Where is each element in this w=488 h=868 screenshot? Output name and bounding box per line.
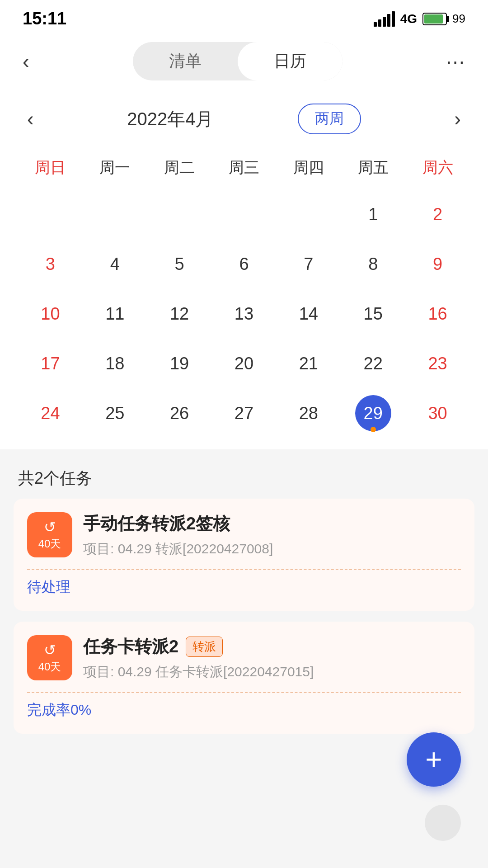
day-thu: 周四 bbox=[276, 153, 341, 183]
calendar-cell[interactable]: 1 bbox=[341, 192, 405, 237]
calendar-cell[interactable]: 23 bbox=[405, 341, 470, 386]
plus-icon: + bbox=[425, 745, 442, 774]
calendar-cell[interactable]: 22 bbox=[341, 341, 405, 386]
task-list: ↺ 40天 手动任务转派2签核 项目: 04.29 转派[20220427008… bbox=[0, 499, 488, 734]
calendar-cell[interactable]: 13 bbox=[212, 291, 277, 336]
back-button[interactable]: ‹ bbox=[18, 46, 34, 77]
task-info: 手动任务转派2签核 项目: 04.29 转派[20220427008] bbox=[83, 512, 461, 558]
task-title: 手动任务转派2签核 bbox=[83, 512, 230, 535]
top-nav: ‹ 清单 日历 ··· bbox=[0, 33, 488, 90]
calendar-cell bbox=[147, 192, 212, 237]
calendar-cell[interactable]: 10 bbox=[18, 291, 83, 336]
status-bar: 15:11 4G 99 bbox=[0, 0, 488, 33]
task-divider bbox=[27, 569, 461, 570]
calendar-cell[interactable]: 28 bbox=[276, 391, 341, 436]
task-project: 项目: 04.29 转派[20220427008] bbox=[83, 540, 461, 558]
task-title-row: 手动任务转派2签核 bbox=[83, 512, 461, 535]
task-status: 待处理 bbox=[27, 577, 461, 597]
status-time: 15:11 bbox=[23, 9, 66, 28]
more-button[interactable]: ··· bbox=[441, 46, 470, 77]
day-wed: 周三 bbox=[212, 153, 277, 183]
calendar-cell[interactable]: 21 bbox=[276, 341, 341, 386]
task-icon-days: 40天 bbox=[38, 660, 61, 674]
task-icon-symbol: ↺ bbox=[44, 642, 56, 659]
tab-list[interactable]: 清单 bbox=[133, 42, 238, 80]
calendar-cell[interactable]: 2 bbox=[405, 192, 470, 237]
day-sun: 周日 bbox=[18, 153, 83, 183]
task-card[interactable]: ↺ 40天 任务卡转派2 转派 项目: 04.29 任务卡转派[20220427… bbox=[14, 622, 474, 734]
battery-icon: 99 bbox=[422, 12, 465, 26]
task-card-header: ↺ 40天 任务卡转派2 转派 项目: 04.29 任务卡转派[20220427… bbox=[27, 635, 461, 681]
calendar-cell[interactable]: 20 bbox=[212, 341, 277, 386]
calendar-cell[interactable]: 16 bbox=[405, 291, 470, 336]
calendar-cell bbox=[212, 192, 277, 237]
calendar-cell[interactable]: 11 bbox=[83, 291, 147, 336]
view-toggle-button[interactable]: 两周 bbox=[298, 104, 361, 134]
day-mon: 周一 bbox=[83, 153, 147, 183]
task-card-header: ↺ 40天 手动任务转派2签核 项目: 04.29 转派[20220427008… bbox=[27, 512, 461, 558]
task-badge: 转派 bbox=[186, 637, 223, 657]
task-project: 项目: 04.29 任务卡转派[20220427015] bbox=[83, 663, 461, 681]
calendar-cell[interactable]: 19 bbox=[147, 341, 212, 386]
calendar-cell[interactable]: 6 bbox=[212, 241, 277, 287]
calendar-cell[interactable]: 5 bbox=[147, 241, 212, 287]
calendar-cell bbox=[18, 192, 83, 237]
calendar-cell[interactable]: 14 bbox=[276, 291, 341, 336]
prev-month-button[interactable]: ‹ bbox=[18, 103, 43, 135]
calendar-section: ‹ 2022年4月 两周 › 周日 周一 周二 周三 周四 周五 周六 1234… bbox=[0, 90, 488, 449]
calendar-cell[interactable]: 24 bbox=[18, 391, 83, 436]
calendar-cell[interactable]: 7 bbox=[276, 241, 341, 287]
calendar-cell[interactable]: 30 bbox=[405, 391, 470, 436]
calendar-grid: 1234567891011121314151617181920212223242… bbox=[18, 192, 470, 436]
calendar-cell[interactable]: 26 bbox=[147, 391, 212, 436]
task-count: 共2个任务 bbox=[0, 458, 488, 499]
day-fri: 周五 bbox=[341, 153, 405, 183]
calendar-cell[interactable]: 3 bbox=[18, 241, 83, 287]
signal-icon bbox=[374, 11, 395, 27]
tab-calendar[interactable]: 日历 bbox=[238, 42, 343, 80]
calendar-cell[interactable]: 9 bbox=[405, 241, 470, 287]
calendar-cell[interactable]: 18 bbox=[83, 341, 147, 386]
add-button[interactable]: + bbox=[407, 732, 461, 787]
status-icons: 4G 99 bbox=[374, 11, 465, 27]
task-title-row: 任务卡转派2 转派 bbox=[83, 635, 461, 658]
task-icon-days: 40天 bbox=[38, 537, 61, 551]
calendar-cell bbox=[276, 192, 341, 237]
calendar-cell[interactable]: 8 bbox=[341, 241, 405, 287]
task-card[interactable]: ↺ 40天 手动任务转派2签核 项目: 04.29 转派[20220427008… bbox=[14, 499, 474, 611]
calendar-title: 2022年4月 bbox=[127, 107, 213, 132]
task-title: 任务卡转派2 bbox=[83, 635, 178, 658]
calendar-cell[interactable]: 17 bbox=[18, 341, 83, 386]
next-month-button[interactable]: › bbox=[445, 103, 470, 135]
calendar-cell bbox=[83, 192, 147, 237]
network-label: 4G bbox=[400, 12, 417, 26]
calendar-cell[interactable]: 12 bbox=[147, 291, 212, 336]
day-tue: 周二 bbox=[147, 153, 212, 183]
bottom-handle bbox=[425, 805, 461, 841]
day-sat: 周六 bbox=[405, 153, 470, 183]
calendar-cell[interactable]: 27 bbox=[212, 391, 277, 436]
calendar-cell[interactable]: 4 bbox=[83, 241, 147, 287]
task-info: 任务卡转派2 转派 项目: 04.29 任务卡转派[20220427015] bbox=[83, 635, 461, 681]
battery-level: 99 bbox=[452, 12, 465, 26]
task-icon-symbol: ↺ bbox=[44, 519, 56, 536]
calendar-header: ‹ 2022年4月 两周 › bbox=[18, 103, 470, 135]
calendar-cell[interactable]: 29 bbox=[341, 391, 405, 436]
tab-group: 清单 日历 bbox=[133, 42, 343, 80]
calendar-cell[interactable]: 15 bbox=[341, 291, 405, 336]
task-icon: ↺ 40天 bbox=[27, 635, 72, 680]
task-icon: ↺ 40天 bbox=[27, 512, 72, 557]
task-progress: 完成率0% bbox=[27, 700, 461, 720]
calendar-day-names: 周日 周一 周二 周三 周四 周五 周六 bbox=[18, 153, 470, 183]
task-divider bbox=[27, 692, 461, 693]
calendar-cell[interactable]: 25 bbox=[83, 391, 147, 436]
